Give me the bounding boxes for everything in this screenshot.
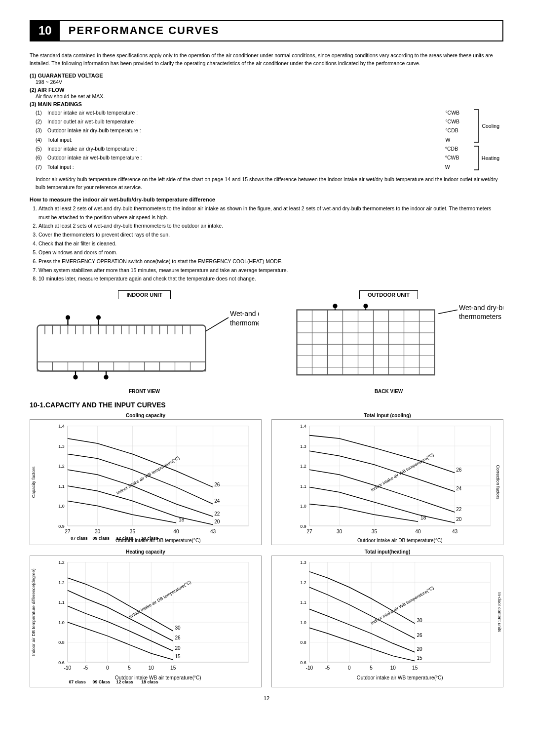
svg-text:35: 35 — [130, 529, 136, 534]
svg-text:26: 26 — [456, 467, 462, 473]
svg-text:1.3: 1.3 — [58, 444, 64, 449]
svg-text:22: 22 — [214, 511, 220, 516]
svg-text:0: 0 — [106, 665, 109, 671]
svg-point-59 — [363, 304, 368, 308]
reading-item-4: (4) Total input: W — [36, 135, 469, 144]
main-readings-label: (3) MAIN READINGS — [30, 101, 503, 107]
outdoor-unit-diagram: OUTDOOR UNIT — [274, 290, 503, 394]
svg-text:-10: -10 — [64, 665, 72, 671]
page-title: PERFORMANCE CURVES — [60, 24, 220, 37]
svg-text:07 class: 07 class — [69, 679, 86, 684]
svg-text:Indoor intake air WB temperatu: Indoor intake air WB temperature(°C) — [115, 455, 181, 496]
svg-line-40 — [206, 318, 229, 331]
svg-text:Wet-and dry-bulb: Wet-and dry-bulb — [230, 310, 259, 318]
svg-text:1.0: 1.0 — [58, 620, 64, 625]
svg-rect-43 — [297, 310, 435, 375]
reading-item-2: (2) Indoor outlet air wet-bulb temperatu… — [36, 117, 469, 126]
svg-text:-10: -10 — [306, 665, 313, 671]
svg-text:Indoor intake air WB temperatu: Indoor intake air WB temperature(°C) — [370, 585, 435, 626]
outdoor-unit-caption: BACK VIEW — [274, 389, 503, 394]
svg-text:43: 43 — [210, 529, 216, 534]
svg-text:Indoor air DB temperature diff: Indoor air DB temperature difference(deg… — [31, 568, 36, 656]
svg-text:12 class: 12 class — [116, 536, 134, 541]
charts-row-1: Cooling capacity 27 30 35 40 43 Outdoo — [30, 413, 503, 545]
heating-bracket-label: Heating — [482, 155, 499, 161]
total-input-heating-title: Total input(heating) — [271, 549, 503, 555]
outdoor-unit-title: OUTDOOR UNIT — [359, 290, 418, 299]
heating-bracket-icon — [473, 145, 480, 171]
svg-text:18 class: 18 class — [141, 536, 158, 541]
reading-item-6: (6) Outdoor intake air wet-bulb temperat… — [36, 153, 469, 162]
step-8: 10 minutes later, measure temperature ag… — [38, 275, 503, 283]
svg-point-38 — [104, 375, 108, 380]
cooling-capacity-svg: 27 30 35 40 43 Outdoor intake air DB tem… — [30, 419, 262, 545]
svg-text:0.9: 0.9 — [300, 524, 306, 529]
svg-point-34 — [96, 316, 101, 320]
svg-text:1.0: 1.0 — [300, 504, 306, 509]
svg-text:15: 15 — [412, 665, 418, 671]
heating-capacity-svg: 1.2 1.2 1.1 1.0 0.8 0.6 -10 -5 0 5 10 15… — [30, 556, 262, 688]
reading-item-3: (3) Outdoor intake air dry-bulb temperat… — [36, 126, 469, 135]
svg-text:Correction factors: Correction factors — [495, 465, 500, 499]
svg-text:10: 10 — [390, 665, 396, 671]
svg-text:18 class: 18 class — [141, 679, 158, 684]
svg-text:thermometers: thermometers — [230, 319, 259, 327]
cooling-bracket-icon — [473, 109, 480, 143]
svg-text:5: 5 — [370, 665, 373, 671]
footer-page-number: 12 — [264, 695, 269, 701]
indoor-unit-diagram: INDOOR UNIT — [30, 290, 259, 394]
note-paragraph: Indoor air wet/dry-bulb temperature diff… — [36, 175, 503, 192]
svg-text:1.2: 1.2 — [58, 560, 64, 565]
svg-text:1.1: 1.1 — [300, 600, 306, 605]
svg-text:Capacity factors: Capacity factors — [31, 466, 36, 498]
svg-text:20: 20 — [417, 646, 422, 652]
svg-text:40: 40 — [173, 529, 179, 534]
svg-point-32 — [66, 316, 70, 320]
svg-text:26: 26 — [214, 482, 220, 487]
svg-text:1.2: 1.2 — [300, 580, 306, 585]
cooling-capacity-chart: Cooling capacity 27 30 35 40 43 Outdoo — [30, 413, 262, 545]
svg-text:5: 5 — [128, 665, 131, 671]
svg-text:In-door content units: In-door content units — [497, 592, 502, 632]
svg-text:10: 10 — [149, 665, 154, 671]
svg-text:18: 18 — [420, 515, 426, 520]
svg-text:0.8: 0.8 — [58, 640, 64, 645]
step-7: When system stabilizes after more than 1… — [38, 266, 503, 275]
svg-text:Wet-and dry-bulb: Wet-and dry-bulb — [459, 304, 503, 312]
total-input-cooling-chart: Total input (cooling) 1.4 1.3 1.2 1.1 1.… — [271, 413, 503, 545]
svg-text:1.0: 1.0 — [300, 620, 306, 625]
svg-text:30: 30 — [175, 625, 181, 631]
indoor-unit-caption: FRONT VIEW — [30, 389, 259, 394]
svg-text:1.1: 1.1 — [58, 600, 64, 605]
svg-text:30: 30 — [417, 618, 422, 623]
guaranteed-voltage-section: (1) GUARANTEED VOLTAGE 198 ~ 264V — [30, 73, 503, 85]
cooling-capacity-title: Cooling capacity — [30, 413, 262, 418]
how-to-title: How to measure the indoor air wet-bulb/d… — [30, 197, 503, 202]
air-flow-value: Air flow should be set at MAX. — [36, 93, 503, 99]
svg-text:1.0: 1.0 — [58, 504, 64, 509]
svg-text:15: 15 — [175, 654, 181, 659]
svg-text:0.9: 0.9 — [58, 524, 64, 529]
svg-text:1.2: 1.2 — [58, 464, 64, 469]
svg-point-57 — [333, 304, 337, 308]
svg-text:20: 20 — [214, 519, 220, 524]
outdoor-unit-svg: Wet-and dry-bulb thermometers — [274, 302, 503, 387]
step-6: Press the EMERGENCY OPERATION switch onc… — [38, 257, 503, 266]
page-header: 10 PERFORMANCE CURVES — [30, 20, 503, 41]
steps-list: Attach at least 2 sets of wet-and dry-bu… — [38, 204, 503, 284]
svg-text:Indoor intake air WB temperatu: Indoor intake air WB temperature(°C) — [370, 452, 435, 492]
svg-text:20: 20 — [456, 517, 462, 522]
page-number: 10 — [31, 21, 60, 40]
svg-text:1.4: 1.4 — [300, 424, 306, 429]
page-footer: 12 — [30, 695, 503, 701]
svg-text:27: 27 — [65, 529, 71, 534]
svg-text:07 class: 07 class — [71, 536, 88, 541]
total-input-heating-svg: 1.3 1.2 1.1 1.0 0.8 0.6 -10 -5 0 5 10 15… — [271, 556, 503, 688]
svg-text:1.2: 1.2 — [300, 464, 306, 469]
svg-text:1.2: 1.2 — [58, 580, 64, 585]
svg-text:1.1: 1.1 — [300, 484, 306, 489]
svg-text:30: 30 — [95, 529, 101, 534]
svg-point-36 — [73, 375, 77, 380]
total-input-cooling-title: Total input (cooling) — [271, 413, 503, 418]
svg-text:15: 15 — [170, 665, 176, 671]
